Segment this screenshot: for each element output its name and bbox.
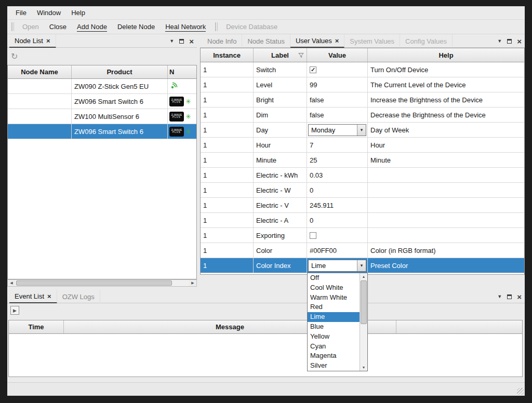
column-header-product[interactable]: Product bbox=[72, 65, 168, 78]
menu-help[interactable]: Help bbox=[66, 7, 90, 18]
chevron-down-icon[interactable]: ▾ bbox=[357, 125, 366, 136]
dropdown-scrollbar[interactable]: ▲ ▼ bbox=[360, 273, 367, 371]
value-row[interactable]: 1 Dim false Decrease the Brightness of t… bbox=[201, 108, 524, 123]
event-toolbar: ▶ bbox=[10, 306, 19, 315]
toolbar-handle[interactable] bbox=[215, 22, 218, 31]
dropdown-option[interactable]: Blue bbox=[308, 322, 360, 332]
value-row[interactable]: 1 Exporting bbox=[201, 228, 524, 243]
dropdown-option[interactable]: Cool White bbox=[308, 283, 360, 293]
toolbar-handle[interactable] bbox=[11, 22, 14, 31]
chevron-down-icon[interactable]: ▾ bbox=[357, 260, 366, 271]
close-icon[interactable]: × bbox=[47, 293, 51, 300]
column-header-help[interactable]: Help bbox=[368, 48, 524, 62]
value-row[interactable]: 1 Level 99 The Current Level of the Devi… bbox=[201, 77, 524, 92]
scrollbar-thumb[interactable] bbox=[361, 280, 367, 324]
menu-window[interactable]: Window bbox=[32, 7, 66, 18]
value-row[interactable]: 1 Electric - W 0 bbox=[201, 183, 524, 198]
dropdown-option[interactable]: Red bbox=[308, 302, 360, 312]
color-index-combobox[interactable]: Lime ▾ bbox=[308, 260, 366, 272]
value-row[interactable]: 1 Switch ✓ Turn On/Off Device bbox=[201, 62, 524, 77]
close-button[interactable]: Close bbox=[44, 21, 72, 33]
chevron-down-icon[interactable]: ▼ bbox=[497, 38, 502, 44]
switch-checkbox[interactable]: ✓ bbox=[310, 66, 316, 73]
status-bar bbox=[7, 382, 525, 396]
filter-icon[interactable] bbox=[298, 52, 304, 58]
close-icon[interactable]: × bbox=[335, 37, 339, 44]
dropdown-option[interactable]: Yellow bbox=[308, 332, 360, 342]
dropdown-option[interactable]: Warm White bbox=[308, 293, 360, 303]
tab-ozw-logs[interactable]: OZW Logs bbox=[57, 290, 100, 303]
label-cell: Dim bbox=[254, 108, 307, 122]
delete-node-button[interactable]: Delete Node bbox=[112, 21, 160, 33]
refresh-icon[interactable]: ↻ bbox=[11, 52, 18, 61]
value-row[interactable]: 1 Hour 7 Hour bbox=[201, 138, 524, 153]
chevron-down-icon[interactable]: ▼ bbox=[497, 294, 502, 299]
close-icon[interactable]: × bbox=[189, 37, 194, 45]
dropdown-option[interactable]: Off bbox=[308, 273, 360, 283]
scroll-down-icon[interactable]: ▼ bbox=[360, 364, 367, 371]
value-cell[interactable]: 7 bbox=[307, 138, 368, 152]
value-row[interactable]: 1 Color #00FF00 Color (in RGB format) bbox=[201, 243, 524, 258]
dropdown-option[interactable]: Cyan bbox=[308, 342, 360, 352]
dropdown-option[interactable]: Silver bbox=[308, 361, 360, 371]
column-header-extra[interactable]: N bbox=[168, 65, 196, 78]
value-row[interactable]: 1 Electric - A 0 bbox=[201, 213, 524, 228]
value-cell[interactable]: false bbox=[307, 108, 368, 122]
scroll-right-icon[interactable]: ▶ bbox=[189, 280, 196, 286]
value-row[interactable]: 1 Bright false Increase the Brightness o… bbox=[201, 92, 524, 108]
exporting-checkbox[interactable] bbox=[310, 232, 316, 239]
help-cell: Turn On/Off Device bbox=[368, 62, 524, 77]
check-icon: ✓ bbox=[311, 67, 315, 73]
value-row[interactable]: 1 Electric - V 245.911 bbox=[201, 198, 524, 213]
column-header-value[interactable]: Value bbox=[307, 48, 368, 62]
chevron-down-icon[interactable]: ▼ bbox=[169, 38, 174, 44]
value-cell[interactable]: 0 bbox=[307, 183, 368, 197]
tab-node-status[interactable]: Node Status bbox=[242, 34, 290, 48]
value-cell[interactable]: 245.911 bbox=[307, 198, 368, 212]
float-icon[interactable] bbox=[507, 294, 512, 299]
close-icon[interactable]: × bbox=[517, 293, 522, 301]
node-row[interactable]: ZW090 Z-Stick Gen5 EU bbox=[8, 79, 196, 94]
node-row-selected[interactable]: ZW096 Smart Switch 6 Z-WAVEPLUS ✳ bbox=[8, 124, 196, 139]
day-combobox[interactable]: Monday ▾ bbox=[308, 124, 366, 136]
tab-node-info[interactable]: Node Info bbox=[202, 34, 242, 48]
heal-network-button[interactable]: Heal Network bbox=[160, 21, 211, 33]
instance-cell: 1 bbox=[201, 243, 254, 258]
value-cell[interactable]: 0.03 bbox=[307, 168, 368, 182]
value-row[interactable]: 1 Day Monday ▾ Day of Week bbox=[201, 123, 524, 138]
column-header-time[interactable]: Time bbox=[9, 320, 64, 333]
scroll-left-icon[interactable]: ◀ bbox=[8, 280, 15, 286]
close-icon[interactable]: × bbox=[517, 37, 522, 45]
value-row-selected[interactable]: 1 Color Index Lime ▾ Preset Color bbox=[201, 258, 524, 273]
value-cell[interactable]: 25 bbox=[307, 153, 368, 167]
value-cell[interactable]: false bbox=[307, 92, 368, 107]
value-row[interactable]: 1 Electric - kWh 0.03 bbox=[201, 168, 524, 183]
autoscroll-icon[interactable]: ▶ bbox=[10, 306, 19, 315]
size-grip[interactable] bbox=[517, 388, 524, 395]
node-row[interactable]: ZW096 Smart Switch 6 Z-WAVEPLUS ✳ bbox=[8, 94, 196, 109]
tab-node-list[interactable]: Node List × bbox=[9, 34, 56, 48]
tab-user-values[interactable]: User Values × bbox=[290, 34, 344, 48]
dropdown-option[interactable]: Magenta bbox=[308, 351, 360, 361]
scroll-up-icon[interactable]: ▲ bbox=[360, 273, 367, 280]
color-index-dropdown: Off Cool White Warm White Red Lime Blue … bbox=[307, 273, 368, 371]
column-header-instance[interactable]: Instance bbox=[201, 48, 254, 62]
node-row[interactable]: ZW100 MultiSensor 6 Z-WAVEPLUS ✳ bbox=[8, 109, 196, 124]
value-cell bbox=[307, 228, 368, 243]
menu-file[interactable]: File bbox=[10, 7, 32, 18]
column-header-label[interactable]: Label bbox=[254, 48, 307, 62]
scrollbar-thumb[interactable] bbox=[16, 280, 172, 286]
horizontal-scrollbar[interactable]: ◀ ▶ bbox=[7, 279, 197, 287]
float-icon[interactable] bbox=[179, 39, 184, 44]
float-icon[interactable] bbox=[507, 39, 512, 44]
dropdown-option-selected[interactable]: Lime bbox=[308, 312, 360, 322]
value-cell[interactable]: #00FF00 bbox=[307, 243, 368, 258]
value-cell[interactable]: 99 bbox=[307, 77, 368, 92]
node-list-panel: Node List × ▼ × ↻ Node Name Product N ZW… bbox=[7, 34, 197, 287]
close-icon[interactable]: × bbox=[46, 37, 50, 44]
add-node-button[interactable]: Add Node bbox=[72, 21, 112, 33]
tab-event-list[interactable]: Event List × bbox=[9, 290, 57, 303]
column-header-node-name[interactable]: Node Name bbox=[8, 65, 72, 78]
value-cell[interactable]: 0 bbox=[307, 213, 368, 227]
value-row[interactable]: 1 Minute 25 Minute bbox=[201, 153, 524, 168]
